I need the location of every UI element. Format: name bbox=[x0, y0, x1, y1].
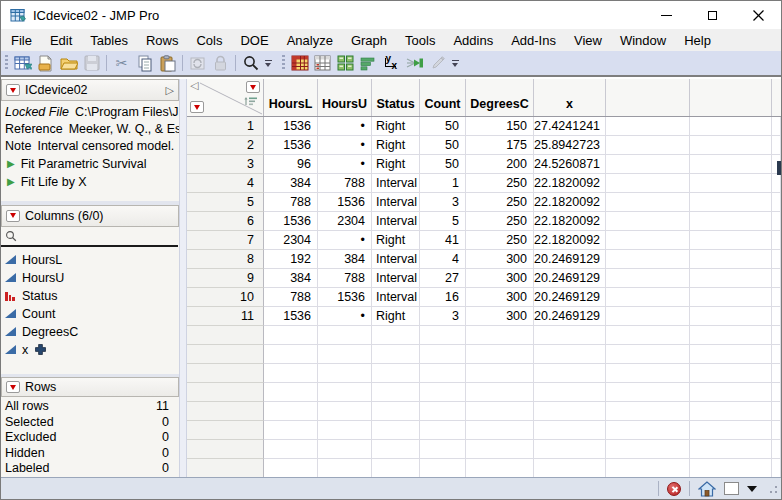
column-item-hoursu[interactable]: HoursU bbox=[1, 269, 179, 287]
column-header-count[interactable]: Count bbox=[420, 79, 466, 116]
window-list-box[interactable] bbox=[724, 482, 739, 495]
column-item-status[interactable]: Status bbox=[1, 287, 179, 305]
cell-count[interactable]: 50 bbox=[420, 136, 466, 155]
column-header-degreesc[interactable]: DegreesC bbox=[466, 79, 534, 116]
menu-doe[interactable]: DOE bbox=[231, 29, 277, 51]
cell-degreesc[interactable]: 175 bbox=[466, 136, 534, 155]
cell-count[interactable]: 16 bbox=[420, 288, 466, 307]
data-table-window-button[interactable] bbox=[288, 52, 311, 74]
column-header-hoursl[interactable]: HoursL bbox=[264, 79, 318, 116]
cell-status[interactable]: Interval bbox=[372, 212, 420, 231]
column-header-status[interactable]: Status bbox=[372, 79, 420, 116]
cell-degreesc[interactable]: 300 bbox=[466, 269, 534, 288]
menu-window[interactable]: Window bbox=[611, 29, 675, 51]
row-number-cell[interactable]: 11 bbox=[187, 307, 264, 326]
cell-hoursl[interactable]: 1536 bbox=[264, 212, 318, 231]
maximize-button[interactable] bbox=[689, 1, 735, 29]
run-script-play-icon[interactable]: ▶ bbox=[7, 159, 15, 169]
update-table-button[interactable] bbox=[186, 52, 209, 74]
row-number-cell[interactable]: 4 bbox=[187, 174, 264, 193]
window-list-dropdown-icon[interactable] bbox=[747, 486, 757, 492]
cell-hoursu[interactable]: 384 bbox=[318, 250, 372, 269]
cell-degreesc[interactable]: 300 bbox=[466, 288, 534, 307]
row-number-cell[interactable]: 6 bbox=[187, 212, 264, 231]
column-header-x[interactable]: x bbox=[534, 79, 606, 116]
columns-search-input[interactable] bbox=[21, 229, 151, 243]
menu-add-ins[interactable]: Add-Ins bbox=[502, 29, 565, 51]
cell-hoursl[interactable]: 384 bbox=[264, 269, 318, 288]
menu-file[interactable]: File bbox=[2, 29, 41, 51]
cell-hoursu[interactable]: • bbox=[318, 231, 372, 250]
cell-count[interactable]: 50 bbox=[420, 117, 466, 136]
graph-builder-button[interactable] bbox=[357, 52, 380, 74]
cell-degreesc[interactable]: 250 bbox=[466, 174, 534, 193]
minimize-button[interactable] bbox=[643, 1, 689, 29]
menu-graph[interactable]: Graph bbox=[342, 29, 396, 51]
table-script-fit-life-by-x[interactable]: ▶Fit Life by X bbox=[5, 173, 179, 191]
cell-count[interactable]: 4 bbox=[420, 250, 466, 269]
save-button[interactable] bbox=[80, 52, 103, 74]
menu-rows[interactable]: Rows bbox=[137, 29, 188, 51]
cell-x[interactable]: 27.4241241 bbox=[534, 117, 606, 136]
red-triangle-button[interactable] bbox=[6, 84, 20, 96]
row-number-cell[interactable]: 5 bbox=[187, 193, 264, 212]
paste-button[interactable] bbox=[156, 52, 179, 74]
cell-hoursl[interactable]: 96 bbox=[264, 155, 318, 174]
cell-status[interactable]: Interval bbox=[372, 174, 420, 193]
cell-hoursl[interactable]: 788 bbox=[264, 193, 318, 212]
cell-hoursu[interactable]: 788 bbox=[318, 174, 372, 193]
open-button[interactable] bbox=[57, 52, 80, 74]
cell-status[interactable]: Right bbox=[372, 231, 420, 250]
row-number-cell[interactable]: 7 bbox=[187, 231, 264, 250]
cell-degreesc[interactable]: 250 bbox=[466, 231, 534, 250]
toolbar-grip[interactable] bbox=[282, 55, 285, 71]
cell-degreesc[interactable]: 250 bbox=[466, 212, 534, 231]
cell-hoursl[interactable]: 1536 bbox=[264, 117, 318, 136]
menu-edit[interactable]: Edit bbox=[41, 29, 81, 51]
cell-degreesc[interactable]: 250 bbox=[466, 193, 534, 212]
cell-count[interactable]: 1 bbox=[420, 174, 466, 193]
menu-help[interactable]: Help bbox=[675, 29, 720, 51]
toolbar-overflow-button[interactable] bbox=[262, 52, 274, 74]
toolbar-overflow-button[interactable] bbox=[449, 52, 461, 74]
cell-count[interactable]: 3 bbox=[420, 193, 466, 212]
cell-degreesc[interactable]: 150 bbox=[466, 117, 534, 136]
cell-count[interactable]: 5 bbox=[420, 212, 466, 231]
cell-x[interactable]: 25.8942723 bbox=[534, 136, 606, 155]
column-header-hoursu[interactable]: HoursU bbox=[318, 79, 372, 116]
run-script-play-icon[interactable]: ▶ bbox=[7, 177, 15, 187]
cell-hoursu[interactable]: 788 bbox=[318, 269, 372, 288]
home-window-icon[interactable] bbox=[698, 481, 716, 497]
new-data-table-button[interactable] bbox=[11, 52, 34, 74]
toolbar-grip[interactable] bbox=[5, 55, 8, 71]
fit-y-by-x-button[interactable]: y x bbox=[380, 52, 403, 74]
cell-count[interactable]: 27 bbox=[420, 269, 466, 288]
cell-count[interactable]: 50 bbox=[420, 155, 466, 174]
column-item-x[interactable]: x bbox=[1, 341, 179, 359]
cell-hoursu[interactable]: 1536 bbox=[318, 288, 372, 307]
cell-hoursl[interactable]: 384 bbox=[264, 174, 318, 193]
cell-status[interactable]: Right bbox=[372, 136, 420, 155]
cell-status[interactable]: Interval bbox=[372, 193, 420, 212]
edit-script-button[interactable] bbox=[426, 52, 449, 74]
row-number-cell[interactable]: 8 bbox=[187, 250, 264, 269]
cell-x[interactable]: 20.2469129 bbox=[534, 269, 606, 288]
cell-hoursl[interactable]: 192 bbox=[264, 250, 318, 269]
cell-degreesc[interactable]: 300 bbox=[466, 307, 534, 326]
disclosure-icon[interactable]: ▷ bbox=[166, 85, 174, 96]
cell-degreesc[interactable]: 300 bbox=[466, 250, 534, 269]
cell-count[interactable]: 41 bbox=[420, 231, 466, 250]
cell-hoursu[interactable]: • bbox=[318, 155, 372, 174]
cell-x[interactable]: 24.5260871 bbox=[534, 155, 606, 174]
row-number-cell[interactable]: 10 bbox=[187, 288, 264, 307]
cell-status[interactable]: Interval bbox=[372, 288, 420, 307]
tabulate-button[interactable] bbox=[311, 52, 334, 74]
column-item-hoursl[interactable]: HoursL bbox=[1, 251, 179, 269]
row-number-cell[interactable]: 9 bbox=[187, 269, 264, 288]
vertical-scrollbar-thumb[interactable] bbox=[777, 161, 781, 175]
cell-hoursu[interactable]: 1536 bbox=[318, 193, 372, 212]
cell-hoursl[interactable]: 788 bbox=[264, 288, 318, 307]
cell-hoursl[interactable]: 1536 bbox=[264, 307, 318, 326]
clear-row-states-icon[interactable] bbox=[667, 482, 681, 496]
cell-x[interactable]: 22.1820092 bbox=[534, 231, 606, 250]
